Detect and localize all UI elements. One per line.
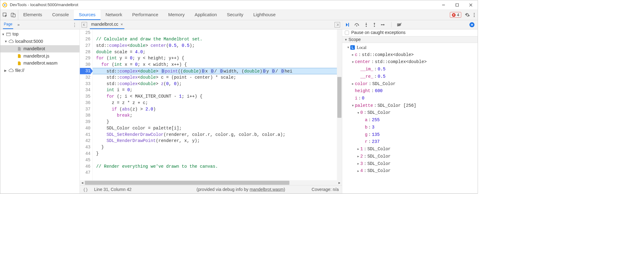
devtools-window: DevTools - localhost:5000/mandelbrot Ele… [0,0,478,194]
svg-point-19 [366,26,367,27]
svg-point-23 [381,24,382,25]
scroll-left-icon[interactable]: ◄ [80,180,85,185]
scope-var-c[interactable]: ▶c: std::complex<double> [343,51,478,58]
resume-icon[interactable] [345,22,350,27]
pause-on-caught-row[interactable]: Pause on caught exceptions [342,29,478,36]
step-icon[interactable] [381,23,386,27]
scroll-right-icon[interactable]: ► [337,180,342,185]
scope-var-p0-r[interactable]: r: 237 [343,138,478,146]
maximize-button[interactable] [450,0,464,9]
sidebar-tab-page[interactable]: Page [3,20,13,29]
scope-label: Scope [348,37,361,42]
window-titlebar: DevTools - localhost:5000/mandelbrot [0,0,478,10]
scope-local[interactable]: ▼ L Local [343,44,478,51]
scope-var-center-im[interactable]: __im_: 0.5 [343,65,478,73]
tab-sources[interactable]: Sources [74,10,100,20]
line-gutter[interactable]: 2526272829303132333435363738394041424344… [80,29,93,180]
deactivate-breakpoints-icon[interactable] [397,23,402,27]
scope-section-header[interactable]: ▼ Scope [342,36,478,43]
code-editor[interactable]: 2526272829303132333435363738394041424344… [80,29,342,180]
pretty-print-icon[interactable]: {} [83,187,88,192]
pause-on-exceptions-icon[interactable] [469,22,474,27]
coverage-status: Coverage: n/a [312,187,339,192]
scope-var-palette[interactable]: ▼palette: SDL_Color [256] [343,102,478,109]
tree-file-mandelbrot-js[interactable]: mandelbrot.js [0,52,80,60]
scope-var-palette-2[interactable]: ▶2: SDL_Color [343,153,478,160]
nav-back-icon[interactable] [81,22,87,28]
nav-forward-icon[interactable] [335,22,340,28]
scope-var-p0-a[interactable]: a: 255 [343,117,478,124]
close-tab-icon[interactable]: × [121,22,123,27]
tree-label: top [13,32,19,37]
scope-var-height[interactable]: height: 600 [343,88,478,95]
more-menu-icon[interactable] [474,12,475,17]
debugger-panel: Pause on caught exceptions ▼ Scope ▼ L L… [342,20,478,193]
tree-file-mandelbrot[interactable]: mandelbrot [0,45,80,53]
tree-node-host[interactable]: ▼ localhost:5000 [0,38,80,45]
tree-node-file-scheme[interactable]: ▶ file:// [0,67,80,74]
svg-rect-8 [13,14,15,17]
debugger-toolbar [342,20,478,29]
step-into-icon[interactable] [364,22,368,27]
debug-info-source: (provided via debug info by mandelbrot.w… [197,187,285,192]
scope-var-palette-3[interactable]: ▶3: SDL_Color [343,160,478,167]
editor-horizontal-scrollbar[interactable]: ◄ ► [80,180,342,185]
sidebar-menu-icon[interactable]: ⋮ [72,22,77,28]
scope-var-p0-g[interactable]: g: 135 [343,131,478,138]
scope-var-i[interactable]: i: 0 [343,95,478,102]
error-icon: ✕ [452,13,456,17]
editor-filename: mandelbrot.cc [91,22,119,27]
tab-elements[interactable]: Elements [18,10,47,20]
step-out-icon[interactable] [373,22,376,27]
local-badge-icon: L [350,45,355,50]
tree-file-mandelbrot-wasm[interactable]: mandelbrot.wasm [0,60,80,67]
tree-label: mandelbrot [23,46,45,51]
debug-info-link[interactable]: mandelbrot.wasm [250,187,284,192]
tab-network[interactable]: Network [100,10,127,20]
tree-node-top[interactable]: ▼ top [0,31,80,38]
checkbox[interactable] [345,31,349,35]
scope-var-color[interactable]: ▶color: SDL_Color [343,80,478,88]
svg-rect-25 [471,24,472,26]
scope-var-center[interactable]: ▼center: std::complex<double> [343,58,478,66]
cloud-icon [9,39,13,44]
step-over-icon[interactable] [354,23,360,27]
svg-point-21 [374,26,375,27]
svg-point-1 [4,4,5,6]
svg-rect-3 [456,4,459,6]
editor-vertical-scrollbar[interactable] [337,29,342,180]
editor-status-bar: {} Line 31, Column 42 (provided via debu… [80,185,342,193]
window-title: DevTools - localhost:5000/mandelbrot [10,2,78,7]
tab-security[interactable]: Security [222,10,248,20]
file-tree: ▼ top ▼ localhost:5000 mandelbrot mandel… [0,29,80,76]
inspect-element-icon[interactable] [2,12,7,17]
tab-lighthouse[interactable]: Lighthouse [248,10,281,20]
scope-var-p0-b[interactable]: b: 3 [343,124,478,131]
error-count-badge[interactable]: ✕ 4 [450,12,461,18]
sidebar-more-tabs-icon[interactable]: » [17,22,20,27]
scope-var-palette-1[interactable]: ▶1: SDL_Color [343,146,478,153]
panel-tabs: Elements Console Sources Network Perform… [18,10,280,20]
sidebar-header: Page » ⋮ [0,20,80,29]
close-button[interactable] [464,0,478,9]
scope-var-palette-0[interactable]: ▼0: SDL_Color [343,109,478,117]
settings-gear-icon[interactable] [465,12,470,17]
window-icon [6,32,11,37]
scope-var-palette-4[interactable]: ▶4: SDL_Color [343,167,478,175]
error-count: 4 [457,13,459,17]
editor-file-tab[interactable]: mandelbrot.cc × [90,20,124,29]
svg-rect-26 [472,24,473,26]
svg-point-10 [474,14,475,15]
devtools-app-icon [2,2,8,8]
minimize-button[interactable] [437,0,450,9]
scope-var-center-re[interactable]: __re_: 0.5 [343,73,478,80]
svg-rect-16 [348,23,349,27]
device-toolbar-icon[interactable] [11,12,16,17]
code-area[interactable]: // Calculate and draw the Mandelbrot set… [93,29,342,180]
tab-console[interactable]: Console [47,10,74,20]
tab-application[interactable]: Application [190,10,222,20]
cloud-icon [9,68,13,73]
file-icon [17,61,22,66]
tab-memory[interactable]: Memory [163,10,190,20]
tab-performance[interactable]: Performance [127,10,163,20]
